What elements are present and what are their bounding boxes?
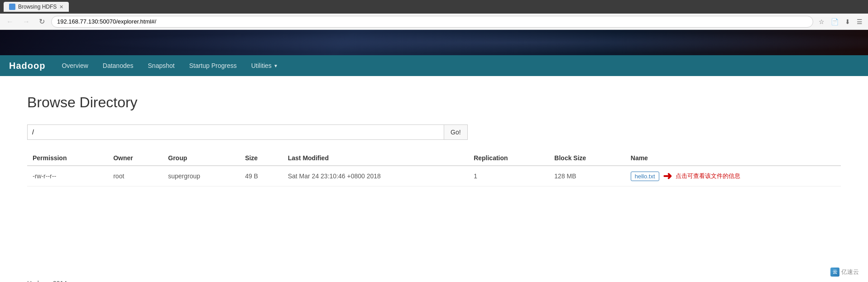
name-annotation-wrapper: hello.txt ➜ 点击可查看该文件的信息 — [631, 170, 835, 182]
bookmark-icon[interactable]: ☆ — [817, 17, 826, 26]
cell-last-modified: Sat Mar 24 23:10:46 +0800 2018 — [283, 166, 468, 186]
col-block-size: Block Size — [549, 151, 625, 166]
col-owner: Owner — [108, 151, 163, 166]
navbar: Hadoop Overview Datanodes Snapshot Start… — [0, 55, 868, 76]
col-group: Group — [163, 151, 240, 166]
navbar-brand: Hadoop — [9, 61, 45, 71]
tab-title: Browsing HDFS — [18, 4, 57, 10]
cell-group: supergroup — [163, 166, 240, 186]
nav-item-startup-progress[interactable]: Startup Progress — [182, 55, 244, 76]
tab-close-button[interactable]: ✕ — [59, 4, 63, 10]
col-name: Name — [625, 151, 841, 166]
cell-permission: -rw-r--r-- — [27, 166, 108, 186]
settings-icon[interactable]: ☰ — [855, 17, 864, 26]
nav-item-datanodes[interactable]: Datanodes — [96, 55, 141, 76]
watermark: 云 亿速云 — [830, 268, 859, 277]
footer: Hadoop, 2014. — [0, 280, 868, 282]
annotation-text: 点击可查看该文件的信息 — [676, 172, 740, 180]
address-input[interactable] — [51, 16, 813, 28]
table-row: -rw-r--r-- root supergroup 49 B Sat Mar … — [27, 166, 841, 186]
reload-button[interactable]: ↻ — [36, 16, 48, 27]
active-tab[interactable]: Browsing HDFS ✕ — [4, 2, 69, 12]
path-input[interactable] — [27, 124, 444, 140]
go-button[interactable]: Go! — [444, 124, 468, 140]
table-header-row: Permission Owner Group Size Last Modifie… — [27, 151, 841, 166]
address-bar: ← → ↻ ☆ 📄 ⬇ ☰ — [0, 14, 868, 30]
nav-item-utilities[interactable]: Utilities ▼ — [244, 55, 285, 76]
main-content: Browse Directory Go! Permission Owner Gr… — [0, 76, 868, 280]
reader-icon[interactable]: 📄 — [829, 17, 840, 26]
file-link[interactable]: hello.txt — [631, 172, 659, 181]
nav-item-overview[interactable]: Overview — [54, 55, 95, 76]
toolbar-icons: ☆ 📄 ⬇ ☰ — [817, 17, 864, 26]
cell-block-size: 128 MB — [549, 166, 625, 186]
tab-favicon — [9, 4, 15, 10]
cell-size: 49 B — [240, 166, 283, 186]
watermark-text: 亿速云 — [841, 268, 859, 276]
space-header — [0, 30, 868, 55]
col-size: Size — [240, 151, 283, 166]
cell-replication: 1 — [468, 166, 549, 186]
footer-text: Hadoop, 2014. — [27, 280, 69, 282]
col-replication: Replication — [468, 151, 549, 166]
back-button[interactable]: ← — [4, 17, 16, 27]
forward-button[interactable]: → — [20, 17, 33, 27]
download-icon[interactable]: ⬇ — [843, 17, 852, 26]
col-last-modified: Last Modified — [283, 151, 468, 166]
cell-name: hello.txt ➜ 点击可查看该文件的信息 — [625, 166, 841, 186]
red-arrow-icon: ➜ — [663, 170, 672, 182]
page-title: Browse Directory — [27, 94, 841, 111]
utilities-label: Utilities — [251, 62, 272, 69]
directory-table: Permission Owner Group Size Last Modifie… — [27, 151, 841, 186]
watermark-icon: 云 — [830, 268, 839, 277]
col-permission: Permission — [27, 151, 108, 166]
cell-owner: root — [108, 166, 163, 186]
path-row: Go! — [27, 124, 841, 140]
utilities-dropdown-arrow: ▼ — [273, 63, 278, 68]
nav-item-snapshot[interactable]: Snapshot — [141, 55, 182, 76]
